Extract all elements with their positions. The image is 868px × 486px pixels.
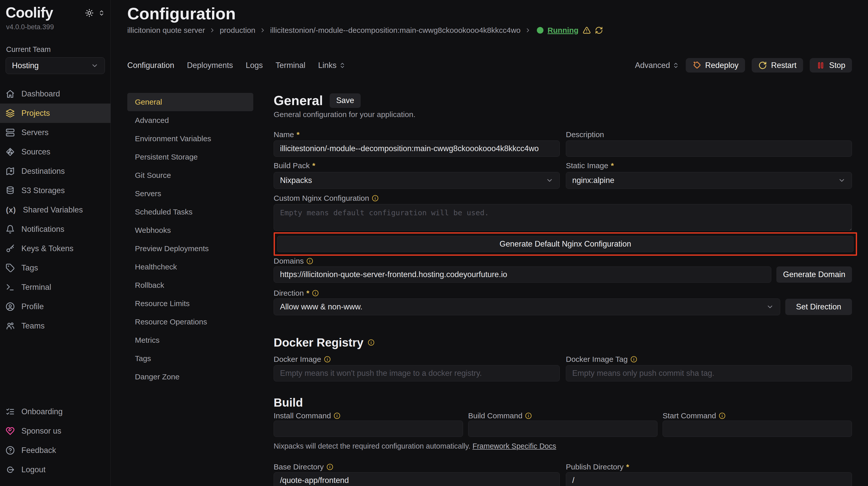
description-input[interactable]: [566, 140, 852, 157]
subnav-item-general[interactable]: General: [127, 93, 253, 111]
subnav-item-rollback[interactable]: Rollback: [127, 276, 253, 294]
tab-bar: Configuration Deployments Logs Terminal …: [127, 61, 346, 70]
sidebar-item-servers[interactable]: Servers: [0, 123, 111, 142]
tab-links[interactable]: Links: [318, 61, 346, 70]
subnav-item-resource-limits[interactable]: Resource Limits: [127, 294, 253, 313]
sidebar-item-projects[interactable]: Projects: [0, 103, 111, 123]
sidebar-item-terminal[interactable]: Terminal: [0, 278, 111, 297]
stop-button[interactable]: Stop: [810, 58, 852, 72]
install-command-input[interactable]: [274, 421, 463, 437]
name-label: Name*: [274, 130, 560, 139]
tab-configuration[interactable]: Configuration: [127, 61, 174, 70]
start-command-label: Start Command: [662, 412, 852, 420]
build-command-label: Build Command: [468, 412, 657, 420]
subnav-item-advanced[interactable]: Advanced: [127, 111, 253, 130]
sidebar-item-keys-tokens[interactable]: Keys & Tokens: [0, 239, 111, 258]
sidebar-item-logout[interactable]: Logout: [0, 460, 111, 479]
user-circle-icon: [6, 302, 15, 311]
docker-image-tag-input[interactable]: [566, 365, 852, 381]
subnav-item-preview-deployments[interactable]: Preview Deployments: [127, 239, 253, 258]
sidebar-item-tags[interactable]: Tags: [0, 258, 111, 278]
status-running-link[interactable]: Running: [548, 26, 579, 35]
framework-docs-link[interactable]: Framework Specific Docs: [472, 442, 556, 450]
restart-icon: [758, 61, 767, 70]
build-command-input[interactable]: [468, 421, 657, 437]
info-icon[interactable]: [719, 412, 726, 419]
tab-deployments[interactable]: Deployments: [187, 61, 233, 70]
subnav-item-webhooks[interactable]: Webhooks: [127, 221, 253, 239]
breadcrumb: illicitonion quote server production ill…: [127, 26, 852, 35]
save-button[interactable]: Save: [330, 93, 361, 108]
breadcrumb-project[interactable]: illicitonion quote server: [127, 26, 205, 35]
sidebar-item-notifications[interactable]: Notifications: [0, 220, 111, 239]
team-select[interactable]: Hosting: [6, 57, 105, 74]
sidebar-item-destinations[interactable]: Destinations: [0, 162, 111, 181]
subnav-item-healthcheck[interactable]: Healthcheck: [127, 258, 253, 276]
breadcrumb-application[interactable]: illicitestonion/-module--decomposition:m…: [270, 26, 521, 35]
tab-logs[interactable]: Logs: [246, 61, 263, 70]
advanced-dropdown[interactable]: Advanced: [635, 61, 679, 70]
info-icon[interactable]: [372, 195, 379, 202]
subnav-item-git-source[interactable]: Git Source: [127, 166, 253, 185]
build-pack-label: Build Pack*: [274, 161, 560, 170]
custom-nginx-textarea[interactable]: [274, 204, 852, 231]
subnav-item-resource-operations[interactable]: Resource Operations: [127, 313, 253, 331]
start-command-input[interactable]: [662, 421, 852, 437]
sidebar-item-label: Destinations: [21, 167, 65, 176]
sidebar-item-onboarding[interactable]: Onboarding: [0, 402, 111, 421]
sidebar-item-feedback[interactable]: Feedback: [0, 441, 111, 460]
info-icon[interactable]: [306, 258, 313, 265]
warning-triangle-icon[interactable]: [583, 26, 591, 34]
info-icon[interactable]: [326, 463, 334, 471]
publish-directory-input[interactable]: [566, 472, 852, 486]
theme-sun-icon[interactable]: [85, 9, 94, 17]
sidebar-item-label: Terminal: [21, 283, 51, 292]
subnav-item-persistent-storage[interactable]: Persistent Storage: [127, 148, 253, 166]
sidebar-item-dashboard[interactable]: Dashboard: [0, 84, 111, 103]
sidebar-item-s3-storages[interactable]: S3 Storages: [0, 181, 111, 200]
subnav-item-environment-variables[interactable]: Environment Variables: [127, 130, 253, 148]
info-icon[interactable]: [525, 412, 532, 419]
required-asterisk: *: [626, 462, 629, 471]
info-icon[interactable]: [324, 356, 331, 363]
static-image-select[interactable]: nginx:alpine: [566, 172, 852, 189]
info-icon[interactable]: [312, 290, 319, 297]
theme-selector-chevrons-icon[interactable]: [98, 10, 105, 16]
sidebar-item-shared-variables[interactable]: (x) Shared Variables: [0, 200, 111, 220]
sidebar-item-label: Sponsor us: [21, 426, 61, 435]
build-pack-select[interactable]: Nixpacks: [274, 172, 560, 189]
current-team-label: Current Team: [0, 45, 111, 54]
sidebar-item-sponsor-us[interactable]: Sponsor us: [0, 421, 111, 441]
required-asterisk: *: [297, 130, 300, 139]
sidebar-item-teams[interactable]: Teams: [0, 316, 111, 336]
sidebar-item-profile[interactable]: Profile: [0, 297, 111, 316]
subnav-item-tags[interactable]: Tags: [127, 349, 253, 368]
info-icon[interactable]: [334, 412, 341, 419]
breadcrumb-environment[interactable]: production: [220, 26, 255, 35]
refresh-icon[interactable]: [595, 26, 603, 34]
domains-input[interactable]: [274, 266, 771, 283]
help-circle-icon: [6, 446, 15, 455]
subnav-item-metrics[interactable]: Metrics: [127, 331, 253, 349]
database-icon: [6, 186, 15, 195]
sidebar-item-sources[interactable]: Sources: [0, 142, 111, 162]
set-direction-button[interactable]: Set Direction: [785, 299, 852, 315]
base-directory-input[interactable]: [274, 472, 560, 486]
generate-nginx-config-button[interactable]: Generate Default Nginx Configuration: [277, 236, 854, 252]
install-command-label: Install Command: [274, 412, 463, 420]
direction-select[interactable]: Allow www & non-www.: [274, 298, 780, 315]
name-input[interactable]: [274, 140, 560, 157]
docker-image-input[interactable]: [274, 365, 560, 381]
generate-domain-button[interactable]: Generate Domain: [776, 266, 852, 283]
info-icon[interactable]: [630, 356, 638, 363]
subnav-item-danger-zone[interactable]: Danger Zone: [127, 368, 253, 386]
info-icon[interactable]: [368, 339, 375, 346]
restart-button[interactable]: Restart: [752, 58, 803, 72]
redeploy-button[interactable]: Redeploy: [686, 58, 745, 72]
subnav-item-servers[interactable]: Servers: [127, 185, 253, 203]
subnav-item-scheduled-tasks[interactable]: Scheduled Tasks: [127, 203, 253, 221]
section-title: General: [274, 93, 323, 108]
sidebar-item-label: Notifications: [21, 225, 64, 234]
tab-links-label: Links: [318, 61, 337, 70]
tab-terminal[interactable]: Terminal: [276, 61, 306, 70]
